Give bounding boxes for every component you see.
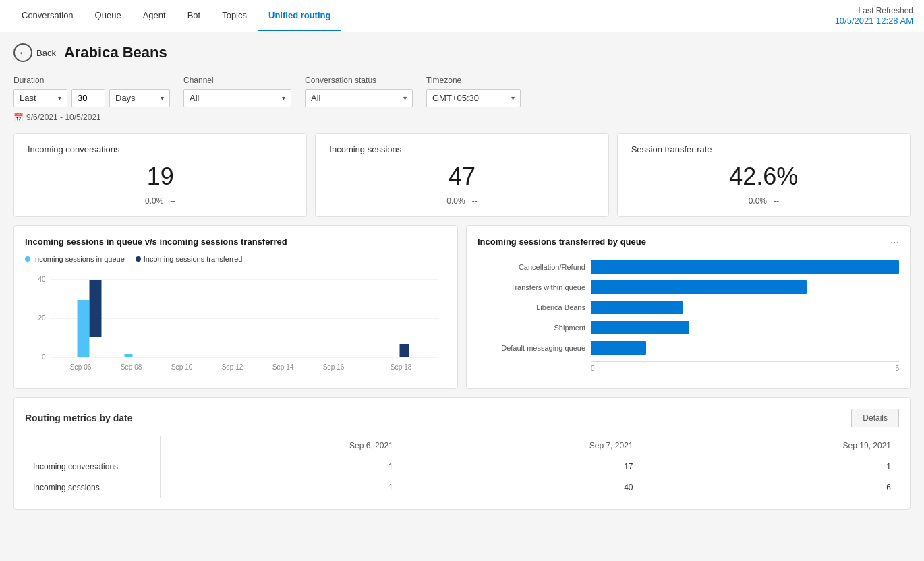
tab-topics[interactable]: Topics — [211, 1, 258, 31]
status-filter: Conversation status All ▾ — [305, 76, 413, 107]
metric-sub: 0.0% -- — [329, 196, 594, 206]
hbar-axis-5: 5 — [895, 365, 899, 372]
metric-title: Session transfer rate — [631, 144, 896, 154]
back-icon: ← — [13, 43, 32, 62]
metric-value: 42.6% — [631, 163, 896, 191]
metric-pct: 0.0% — [446, 196, 465, 206]
timezone-label: Timezone — [426, 76, 521, 85]
svg-text:40: 40 — [38, 276, 46, 283]
svg-text:Sep 08: Sep 08 — [121, 363, 142, 371]
hbar-label-shipment: Shipment — [478, 324, 585, 332]
transfer-chart-card: Incoming sessions transferred by queue ·… — [466, 225, 911, 389]
filters-row: Duration Last ▾ Days ▾ Channel All ▾ Co — [13, 76, 911, 107]
nav-tabs: Conversation Queue Agent Bot Topics Unif… — [11, 1, 341, 31]
metric-card-session-transfer-rate: Session transfer rate 42.6% 0.0% -- — [617, 133, 911, 217]
metric-sub: 0.0% -- — [631, 196, 896, 206]
channel-label: Channel — [183, 76, 291, 85]
duration-controls: Last ▾ Days ▾ — [13, 89, 170, 107]
bar-sep07-in-queue — [125, 354, 133, 357]
hbar-label-transfers: Transfers within queue — [478, 283, 585, 291]
svg-text:Sep 16: Sep 16 — [323, 363, 345, 371]
tab-agent[interactable]: Agent — [132, 1, 177, 31]
tab-conversation[interactable]: Conversation — [11, 1, 84, 31]
row-val-conversations-sep19: 1 — [641, 456, 899, 477]
routing-data-table: Sep 6, 2021 Sep 7, 2021 Sep 19, 2021 Inc… — [25, 436, 899, 498]
tab-queue[interactable]: Queue — [84, 1, 132, 31]
row-val-sessions-sep7: 40 — [401, 477, 641, 498]
sessions-chart-card: Incoming sessions in queue v/s incoming … — [13, 225, 458, 389]
table-row: Incoming conversations 1 17 1 — [25, 456, 899, 477]
date-range: 📅 9/6/2021 - 10/5/2021 — [13, 113, 911, 122]
calendar-icon: 📅 — [13, 113, 24, 122]
main-content: ← Back Arabica Beans Duration Last ▾ Day… — [0, 32, 924, 561]
row-val-sessions-sep6: 1 — [160, 477, 401, 498]
duration-value-input[interactable] — [71, 89, 105, 107]
row-label-sessions: Incoming sessions — [25, 477, 160, 498]
status-label: Conversation status — [305, 76, 413, 85]
transfer-chart-title: Incoming sessions transferred by queue — [478, 237, 646, 247]
timezone-select[interactable]: GMT+05:30 ▾ — [426, 89, 521, 107]
row-val-conversations-sep7: 17 — [401, 456, 641, 477]
metric-card-incoming-conversations: Incoming conversations 19 0.0% -- — [13, 133, 307, 217]
duration-unit-select[interactable]: Days ▾ — [109, 89, 170, 107]
legend-label-in-queue: Incoming sessions in queue — [33, 255, 125, 263]
hbar-row-shipment: Shipment — [478, 321, 899, 334]
metric-title: Incoming sessions — [329, 144, 594, 154]
page-title: Arabica Beans — [64, 44, 167, 61]
channel-select[interactable]: All ▾ — [183, 89, 291, 107]
metric-sub: 0.0% -- — [28, 196, 293, 206]
tab-unified-routing[interactable]: Unified routing — [258, 1, 341, 31]
metric-trend: -- — [774, 196, 779, 206]
back-button[interactable]: ← Back — [13, 43, 56, 62]
metric-pct: 0.0% — [749, 196, 767, 206]
sessions-chart-title: Incoming sessions in queue v/s incoming … — [25, 237, 446, 247]
chevron-down-icon: ▾ — [161, 94, 164, 102]
table-header-row: Routing metrics by date Details — [25, 409, 899, 427]
chevron-down-icon: ▾ — [511, 94, 515, 102]
hbar-row-transfers: Transfers within queue — [478, 280, 899, 294]
hbar-track-liberica — [591, 301, 899, 314]
hbar-track-cancellation — [591, 260, 899, 274]
chevron-down-icon: ▾ — [282, 94, 285, 102]
legend-dot-in-queue — [25, 256, 30, 262]
last-refreshed-value: 10/5/2021 12:28 AM — [835, 16, 913, 26]
timezone-filter: Timezone GMT+05:30 ▾ — [426, 76, 521, 107]
row-label-conversations: Incoming conversations — [25, 456, 160, 477]
svg-text:Sep 14: Sep 14 — [272, 363, 294, 371]
metric-pct: 0.0% — [145, 196, 163, 206]
duration-preset-select[interactable]: Last ▾ — [13, 89, 67, 107]
metrics-row: Incoming conversations 19 0.0% -- Incomi… — [13, 133, 911, 217]
metric-trend: -- — [170, 196, 175, 206]
routing-metrics-card: Routing metrics by date Details Sep 6, 2… — [13, 397, 911, 510]
legend-dot-transferred — [136, 256, 141, 262]
bar-sep18-transferred — [400, 344, 409, 357]
more-options-icon[interactable]: ··· — [890, 237, 899, 249]
hbar-axis-line — [591, 361, 899, 362]
metric-value: 19 — [28, 163, 293, 191]
last-refreshed-label: Last Refreshed — [835, 6, 913, 16]
bar-chart-svg: 40 20 0 — [25, 270, 446, 384]
metric-trend: -- — [472, 196, 478, 206]
legend-in-queue: Incoming sessions in queue — [25, 255, 125, 263]
hbar-axis-0: 0 — [591, 365, 595, 372]
hbar-row-cancellation: Cancellation/Refund — [478, 260, 899, 274]
svg-text:Sep 12: Sep 12 — [222, 363, 243, 371]
status-select[interactable]: All ▾ — [305, 89, 413, 107]
back-label: Back — [36, 48, 56, 58]
page-header: ← Back Arabica Beans — [13, 43, 911, 62]
hbar-track-transfers — [591, 280, 899, 294]
table-row: Incoming sessions 1 40 6 — [25, 477, 899, 498]
sessions-bar-chart: 40 20 0 — [25, 270, 446, 378]
metric-card-incoming-sessions: Incoming sessions 47 0.0% -- — [315, 133, 608, 217]
legend-transferred: Incoming sessions transferred — [136, 255, 243, 263]
hbar-track-shipment — [591, 321, 899, 334]
tab-bot[interactable]: Bot — [177, 1, 212, 31]
hbar-chart: Cancellation/Refund Transfers within que… — [478, 255, 899, 378]
metric-title: Incoming conversations — [28, 144, 293, 154]
legend-label-transferred: Incoming sessions transferred — [144, 255, 243, 263]
hbar-track-default — [591, 341, 899, 355]
col-header-sep19: Sep 19, 2021 — [641, 436, 899, 456]
svg-text:20: 20 — [38, 314, 46, 322]
details-button[interactable]: Details — [851, 409, 899, 427]
channel-filter: Channel All ▾ — [183, 76, 291, 107]
